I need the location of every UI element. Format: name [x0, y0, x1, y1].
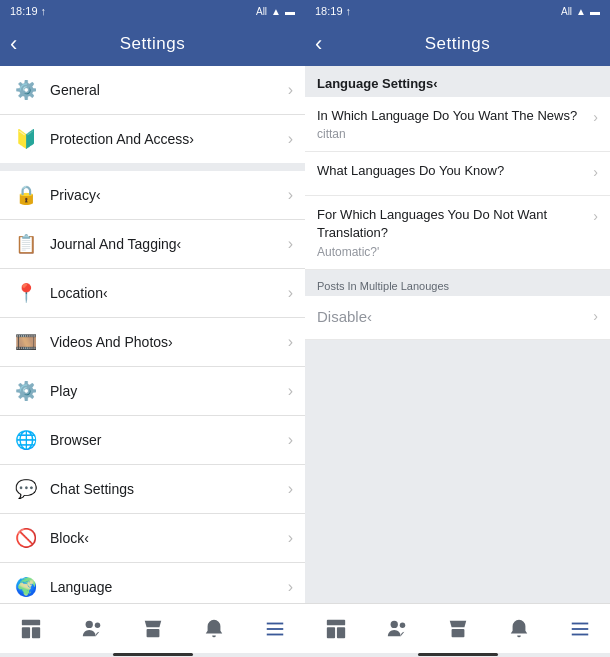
lang-item-news-title: In Which Language Do You Want The News?: [317, 107, 585, 125]
journal-icon: 📋: [12, 230, 40, 258]
gear-icon: ⚙️: [12, 76, 40, 104]
video-icon: 🎞️: [12, 328, 40, 356]
nav-friends-left[interactable]: [61, 604, 122, 653]
svg-rect-11: [336, 627, 344, 638]
svg-rect-9: [326, 619, 344, 625]
chevron-chat: ›: [288, 480, 293, 498]
svg-point-4: [94, 622, 100, 628]
chevron-privacy: ›: [288, 186, 293, 204]
language-label: Language: [50, 579, 288, 595]
settings-list-left: ⚙️ General › 🔰 Protection And Access› › …: [0, 66, 305, 603]
lang-item-know-content: What Languages Do You Know?: [317, 162, 585, 180]
settings-item-language[interactable]: 🌍 Language ›: [0, 563, 305, 603]
left-panel: 18:19 ↑ All ▲ ▬ ‹ Settings ⚙️ General › …: [0, 0, 305, 657]
location-label: Location‹: [50, 285, 288, 301]
svg-rect-5: [146, 629, 159, 637]
chat-icon: 💬: [12, 475, 40, 503]
nav-notifications-left[interactable]: [183, 604, 244, 653]
settings-item-privacy[interactable]: 🔒 Privacy‹ ›: [0, 171, 305, 220]
settings-item-location[interactable]: 📍 Location‹ ›: [0, 269, 305, 318]
nav-friends-right[interactable]: [366, 604, 427, 653]
settings-item-general[interactable]: ⚙️ General ›: [0, 66, 305, 115]
time-left: 18:19: [10, 5, 38, 17]
nav-notifications-right[interactable]: [488, 604, 549, 653]
signal-label-right: All: [561, 6, 572, 17]
chevron-block: ›: [288, 529, 293, 547]
block-label: Block‹: [50, 530, 288, 546]
chevron-lang-translation: ›: [593, 208, 598, 224]
settings-item-videos[interactable]: 🎞️ Videos And Photos› ›: [0, 318, 305, 367]
language-section-title: Language Settings‹: [305, 66, 610, 97]
lang-item-disable[interactable]: Disable‹ ›: [305, 296, 610, 340]
header-left: ‹ Settings: [0, 22, 305, 66]
battery-icon-right: ▬: [590, 6, 600, 17]
status-bar-left: 18:19 ↑ All ▲ ▬: [0, 0, 305, 22]
posts-multiple-header: Posts In Multiple Lanouges: [305, 270, 610, 296]
journal-label: Journal And Tagging‹: [50, 236, 288, 252]
lock-icon: 🔒: [12, 181, 40, 209]
chevron-protection: ›: [288, 130, 293, 148]
lang-item-know[interactable]: What Languages Do You Know? ›: [305, 152, 610, 196]
language-settings-list: Language Settings‹ In Which Language Do …: [305, 66, 610, 603]
nav-home-right[interactable]: [305, 604, 366, 653]
settings-item-protection[interactable]: 🔰 Protection And Access› ›: [0, 115, 305, 163]
nav-menu-left[interactable]: [244, 604, 305, 653]
chevron-journal: ›: [288, 235, 293, 253]
chevron-browser: ›: [288, 431, 293, 449]
header-title-right: Settings: [425, 34, 490, 54]
protection-label: Protection And Access›: [50, 131, 288, 147]
header-title-left: Settings: [120, 34, 185, 54]
signal-arrow-left: ↑: [41, 5, 47, 17]
chevron-lang-know: ›: [593, 164, 598, 180]
nav-marketplace-left[interactable]: [122, 604, 183, 653]
wifi-icon-right: ▲: [576, 6, 586, 17]
svg-point-3: [85, 620, 92, 627]
status-time-left: 18:19 ↑: [10, 5, 46, 17]
chevron-lang-disable: ›: [593, 308, 598, 324]
home-bar-left: [0, 653, 305, 657]
svg-rect-0: [21, 619, 39, 625]
chevron-play: ›: [288, 382, 293, 400]
videos-label: Videos And Photos›: [50, 334, 288, 350]
status-icons-left: All ▲ ▬: [256, 6, 295, 17]
home-indicator-left: [113, 653, 193, 656]
lang-item-know-title: What Languages Do You Know?: [317, 162, 585, 180]
nav-menu-right[interactable]: [549, 604, 610, 653]
header-right: ‹ Settings: [305, 22, 610, 66]
nav-marketplace-right[interactable]: [427, 604, 488, 653]
lang-item-news[interactable]: In Which Language Do You Want The News? …: [305, 97, 610, 152]
lang-item-news-content: In Which Language Do You Want The News? …: [317, 107, 585, 141]
back-button-left[interactable]: ‹: [10, 33, 17, 55]
lang-item-translation-content: For Which Languages You Do Not Want Tran…: [317, 206, 585, 258]
settings-section-2: 🔒 Privacy‹ › 📋 Journal And Tagging‹ › 📍 …: [0, 171, 305, 603]
wifi-icon-left: ▲: [271, 6, 281, 17]
status-time-right: 18:19 ↑: [315, 5, 351, 17]
bottom-nav-left: [0, 603, 305, 653]
settings-item-chat[interactable]: 💬 Chat Settings ›: [0, 465, 305, 514]
battery-icon-left: ▬: [285, 6, 295, 17]
right-panel: 18:19 ↑ All ▲ ▬ ‹ Settings Language Sett…: [305, 0, 610, 657]
chevron-location: ›: [288, 284, 293, 302]
browser-icon: 🌐: [12, 426, 40, 454]
svg-point-12: [390, 620, 397, 627]
bottom-nav-right: [305, 603, 610, 653]
status-icons-right: All ▲ ▬: [561, 6, 600, 17]
signal-arrow-right: ↑: [346, 5, 352, 17]
chevron-lang-news: ›: [593, 109, 598, 125]
settings-item-block[interactable]: 🚫 Block‹ ›: [0, 514, 305, 563]
settings-item-play[interactable]: ⚙️ Play ›: [0, 367, 305, 416]
chat-label: Chat Settings: [50, 481, 288, 497]
back-button-right[interactable]: ‹: [315, 33, 322, 55]
lang-item-disable-content: Disable‹: [317, 306, 585, 327]
play-label: Play: [50, 383, 288, 399]
settings-item-journal[interactable]: 📋 Journal And Tagging‹ ›: [0, 220, 305, 269]
svg-rect-10: [326, 627, 334, 638]
settings-item-browser[interactable]: 🌐 Browser ›: [0, 416, 305, 465]
lang-item-disable-title: Disable‹: [317, 306, 585, 327]
play-icon: ⚙️: [12, 377, 40, 405]
lang-item-news-sub: cittan: [317, 127, 585, 141]
chevron-language: ›: [288, 578, 293, 596]
general-label: General: [50, 82, 288, 98]
nav-home-left[interactable]: [0, 604, 61, 653]
lang-item-translation[interactable]: For Which Languages You Do Not Want Tran…: [305, 196, 610, 269]
